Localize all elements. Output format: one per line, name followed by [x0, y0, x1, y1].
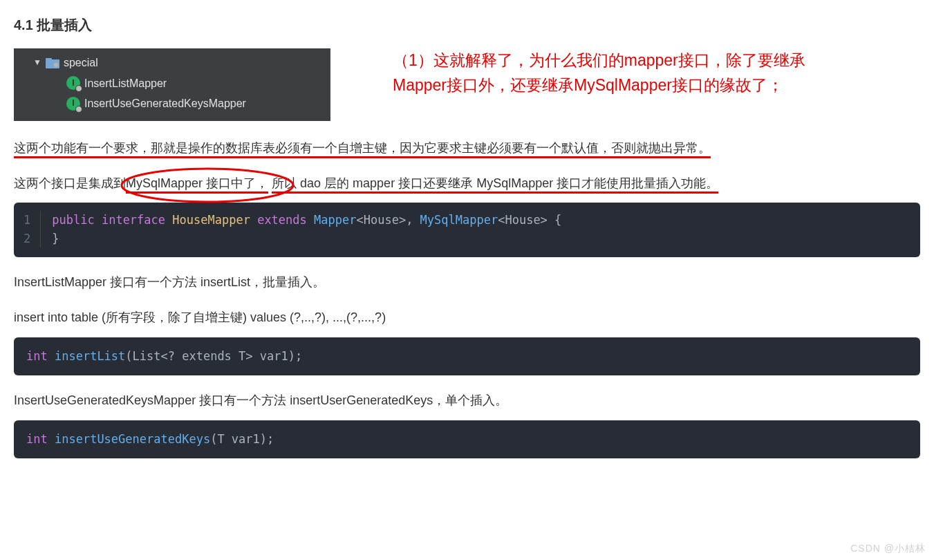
- paragraph-5: InsertUseGeneratedKeysMapper 接口有一个方法 ins…: [14, 391, 920, 411]
- folder-label: special: [64, 54, 98, 72]
- code-block-housemapper: 1 2 public interface HouseMapper extends…: [14, 203, 920, 257]
- paragraph-3: InsertListMapper 接口有一个方法 insertList，批量插入…: [14, 272, 920, 292]
- tree-item-label: InsertUseGeneratedKeysMapper: [84, 95, 246, 113]
- ide-tree-panel: ▼ special I InsertListMapper I InsertUse…: [14, 48, 330, 121]
- circled-text: MySqlMapper 接口中了，: [126, 174, 268, 194]
- para2-pre: 这两个接口是集成到: [14, 176, 126, 190]
- code-content[interactable]: public interface HouseMapper extends Map…: [41, 211, 920, 248]
- code-gutter: 1 2: [14, 211, 41, 248]
- code-block-insertlist[interactable]: int insertList(List<? extends T> var1);: [14, 337, 920, 375]
- annotation-text: （1）这就解释了，为什么我们的mapper接口，除了要继承 Mapper接口外，…: [393, 48, 805, 97]
- tree-item[interactable]: I InsertUseGeneratedKeysMapper: [19, 93, 325, 114]
- section-heading: 4.1 批量插入: [14, 14, 920, 36]
- underlined-text: 这两个功能有一个要求，那就是操作的数据库表必须有一个自增主键，因为它要求主键必须…: [14, 141, 711, 158]
- tree-item-label: InsertListMapper: [84, 75, 167, 93]
- code-block-insertusegeneratedkeys[interactable]: int insertUseGeneratedKeys(T var1);: [14, 420, 920, 458]
- interface-icon: I: [66, 97, 80, 111]
- para2-post: 所以 dao 层的 mapper 接口还要继承 MySqlMapper 接口才能…: [272, 176, 718, 194]
- tree-folder-row[interactable]: ▼ special: [19, 53, 325, 73]
- paragraph-1: 这两个功能有一个要求，那就是操作的数据库表必须有一个自增主键，因为它要求主键必须…: [14, 138, 920, 158]
- tree-item[interactable]: I InsertListMapper: [19, 73, 325, 94]
- folder-icon: [46, 57, 59, 68]
- annotation-line-2: Mapper接口外，还要继承MySqlMapper接口的缘故了；: [393, 73, 805, 98]
- top-row: ▼ special I InsertListMapper I InsertUse…: [14, 48, 920, 121]
- svg-rect-1: [46, 58, 52, 62]
- annotation-line-1: （1）这就解释了，为什么我们的mapper接口，除了要继承: [393, 48, 805, 73]
- paragraph-2: 这两个接口是集成到 MySqlMapper 接口中了， 所以 dao 层的 ma…: [14, 174, 920, 194]
- paragraph-4: insert into table (所有字段，除了自增主键) values (…: [14, 308, 920, 328]
- chevron-down-icon: ▼: [33, 56, 41, 69]
- line-number: 1: [24, 211, 30, 229]
- para2-circled-text: MySqlMapper 接口中了，: [126, 176, 268, 194]
- line-number: 2: [24, 230, 30, 248]
- interface-icon: I: [66, 76, 80, 90]
- svg-point-2: [54, 63, 58, 67]
